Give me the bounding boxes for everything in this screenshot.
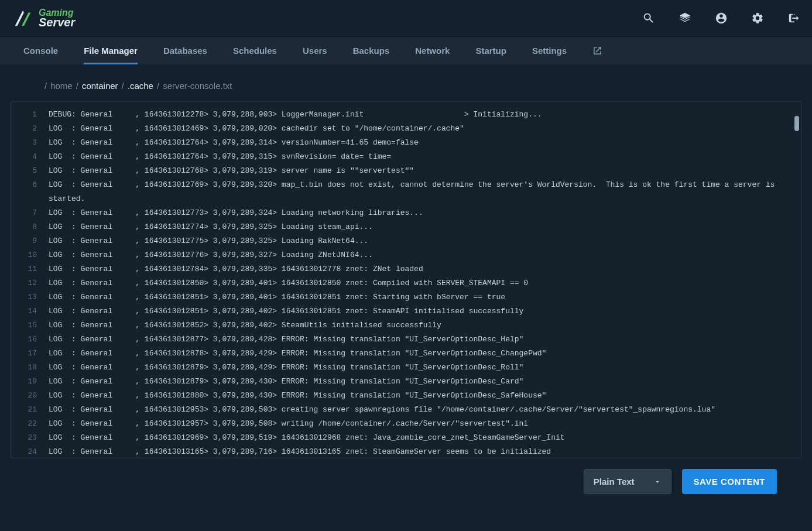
code-line: LOG : General , 1643613012774> 3,079,289… <box>49 220 796 234</box>
code-editor[interactable]: 123456789101112131415161718192021222324 … <box>11 101 801 458</box>
logo-text-line2: Server <box>39 17 75 28</box>
code-line: LOG : General , 1643613012852> 3,079,289… <box>49 318 796 333</box>
breadcrumb-segment: server-console.txt <box>163 81 232 91</box>
language-select[interactable]: Plain Text <box>584 469 671 494</box>
settings-icon[interactable] <box>751 12 764 25</box>
nav-tabs: ConsoleFile ManagerDatabasesSchedulesUse… <box>0 36 812 64</box>
code-line: LOG : General , 1643613012775> 3,079,289… <box>49 234 796 248</box>
language-select-label: Plain Text <box>594 477 635 487</box>
breadcrumb: /home/container/.cache/server-console.tx… <box>0 64 812 101</box>
tab-backups[interactable]: Backups <box>353 37 390 64</box>
code-line: LOG : General , 1643613012879> 3,079,289… <box>49 361 796 375</box>
chevron-down-icon <box>653 478 662 486</box>
code-line: LOG : General , 1643613012850> 3,079,289… <box>49 276 796 290</box>
code-line: LOG : General , 1643613012776> 3,079,289… <box>49 248 796 262</box>
code-line: LOG : General , 1643613012769> 3,079,289… <box>49 178 796 206</box>
tab-file-manager[interactable]: File Manager <box>84 37 138 64</box>
tab-network[interactable]: Network <box>415 37 450 64</box>
code-line: LOG : General , 1643613012764> 3,079,289… <box>49 150 796 164</box>
code-line: LOG : General , 1643613012877> 3,079,289… <box>49 333 796 347</box>
code-line: LOG : General , 1643613012773> 3,079,289… <box>49 206 796 220</box>
tab-users[interactable]: Users <box>303 37 327 64</box>
search-icon[interactable] <box>642 12 655 25</box>
tab-startup[interactable]: Startup <box>475 37 506 64</box>
code-line: LOG : General , 1643613012880> 3,079,289… <box>49 389 796 403</box>
code-line: LOG : General , 1643613012957> 3,079,289… <box>49 417 796 431</box>
external-link-icon[interactable] <box>592 37 602 64</box>
code-line: LOG : General , 1643613012768> 3,079,289… <box>49 164 796 178</box>
logout-icon[interactable] <box>787 12 800 25</box>
breadcrumb-segment[interactable]: home <box>50 81 73 91</box>
tab-settings[interactable]: Settings <box>532 37 567 64</box>
code-line: LOG : General , 1643613012851> 3,079,289… <box>49 304 796 318</box>
tab-databases[interactable]: Databases <box>163 37 207 64</box>
code-content[interactable]: DEBUG: General , 1643613012278> 3,079,28… <box>44 102 801 458</box>
footer-actions: Plain Text SAVE CONTENT <box>0 458 812 494</box>
code-line: LOG : General , 1643613012878> 3,079,289… <box>49 347 796 361</box>
code-line: LOG : General , 1643613012879> 3,079,289… <box>49 375 796 389</box>
scrollbar-thumb[interactable] <box>794 116 799 131</box>
code-line: LOG : General , 1643613012764> 3,079,289… <box>49 136 796 150</box>
logo-icon <box>12 7 34 29</box>
account-icon[interactable] <box>715 12 728 25</box>
code-line: LOG : General , 1643613012784> 3,079,289… <box>49 262 796 276</box>
logo-text: Gaming Server <box>39 9 75 28</box>
logo[interactable]: Gaming Server <box>12 7 75 29</box>
code-line: LOG : General , 1643613012851> 3,079,289… <box>49 290 796 304</box>
code-line: LOG : General , 1643613012969> 3,079,289… <box>49 431 796 445</box>
breadcrumb-segment[interactable]: .cache <box>128 81 153 91</box>
code-line: LOG : General , 1643613012953> 3,079,289… <box>49 403 796 417</box>
tab-console[interactable]: Console <box>23 37 58 64</box>
save-button[interactable]: SAVE CONTENT <box>682 469 777 494</box>
line-gutter: 123456789101112131415161718192021222324 <box>11 102 44 458</box>
code-line: DEBUG: General , 1643613012278> 3,079,28… <box>49 108 796 122</box>
header: Gaming Server <box>0 0 812 36</box>
code-line: LOG : General , 1643613013165> 3,079,289… <box>49 445 796 458</box>
code-line: LOG : General , 1643613012469> 3,079,289… <box>49 122 796 136</box>
tab-schedules[interactable]: Schedules <box>233 37 277 64</box>
header-actions <box>642 12 800 25</box>
layers-icon[interactable] <box>679 12 691 25</box>
breadcrumb-segment[interactable]: container <box>82 81 118 91</box>
